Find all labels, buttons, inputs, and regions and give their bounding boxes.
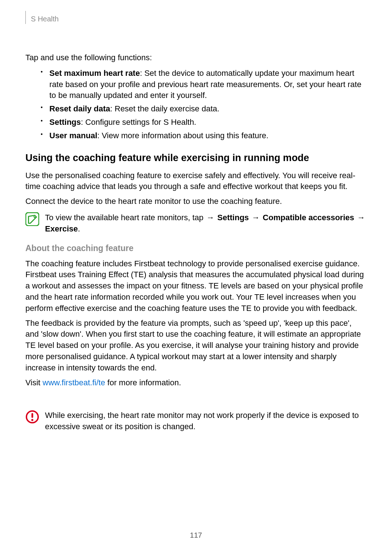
tip-exercise: Exercise bbox=[45, 224, 78, 233]
func-desc: : Reset the daily exercise data. bbox=[110, 104, 220, 113]
manual-page: S Health Tap and use the following funct… bbox=[0, 0, 392, 554]
body-paragraph: Visit www.firstbeat.fi/te for more infor… bbox=[25, 377, 367, 389]
list-item: User manual: View more information about… bbox=[41, 130, 367, 141]
arrow-icon: → bbox=[251, 213, 261, 222]
list-item: Settings: Configure settings for S Healt… bbox=[41, 117, 367, 128]
arrow-icon: → bbox=[356, 213, 366, 222]
tip-settings: Settings bbox=[217, 213, 249, 222]
tip-compat: Compatible accessories bbox=[263, 213, 354, 222]
header-section-label: S Health bbox=[31, 15, 59, 23]
list-item: Reset daily data: Reset the daily exerci… bbox=[41, 103, 367, 115]
func-label: Settings bbox=[49, 118, 81, 127]
svg-point-4 bbox=[31, 419, 33, 421]
header-divider bbox=[25, 11, 26, 24]
visit-suffix: for more information. bbox=[105, 378, 181, 387]
section-heading: Using the coaching feature while exercis… bbox=[25, 152, 367, 164]
body-paragraph: The coaching feature includes Firstbeat … bbox=[25, 258, 367, 314]
warning-text: While exercising, the heart rate monitor… bbox=[45, 410, 367, 432]
tip-prefix: To view the available heart rate monitor… bbox=[45, 213, 206, 222]
intro-paragraph: Tap and use the following functions: bbox=[25, 52, 367, 63]
svg-line-1 bbox=[34, 216, 36, 218]
body-paragraph: The feedback is provided by the feature … bbox=[25, 318, 367, 374]
tip-period: . bbox=[78, 224, 80, 233]
func-desc: : Configure settings for S Health. bbox=[81, 118, 196, 127]
note-icon bbox=[25, 212, 39, 227]
func-label: User manual bbox=[49, 131, 97, 140]
note-warning: While exercising, the heart rate monitor… bbox=[25, 410, 367, 432]
list-item: Set maximum heart rate: Set the device t… bbox=[41, 68, 367, 101]
firstbeat-link[interactable]: www.firstbeat.fi/te bbox=[42, 378, 105, 387]
body-paragraph: Use the personalised coaching feature to… bbox=[25, 170, 367, 193]
note-tip: To view the available heart rate monitor… bbox=[25, 212, 367, 235]
func-desc: : View more information about using this… bbox=[97, 131, 269, 140]
svg-rect-3 bbox=[32, 413, 33, 418]
func-label: Set maximum heart rate bbox=[49, 69, 140, 78]
visit-prefix: Visit bbox=[25, 378, 42, 387]
page-header: S Health bbox=[25, 14, 367, 24]
subsection-heading: About the coaching feature bbox=[25, 243, 367, 253]
functions-list: Set maximum heart rate: Set the device t… bbox=[25, 68, 367, 141]
arrow-icon: → bbox=[206, 213, 215, 222]
body-paragraph: Connect the device to the heart rate mon… bbox=[25, 196, 367, 207]
func-label: Reset daily data bbox=[49, 104, 110, 113]
note-text: To view the available heart rate monitor… bbox=[45, 212, 367, 235]
svg-rect-0 bbox=[26, 213, 39, 226]
warning-icon bbox=[25, 410, 39, 425]
page-number: 117 bbox=[0, 531, 392, 539]
